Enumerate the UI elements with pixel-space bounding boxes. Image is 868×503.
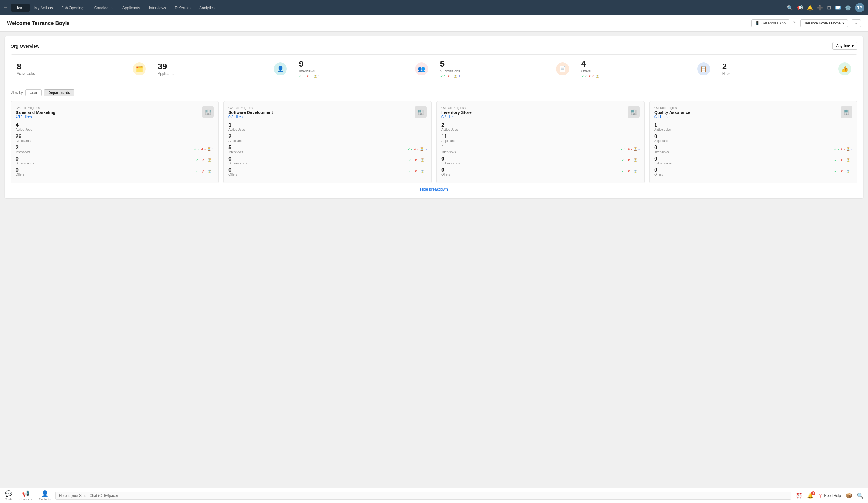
chevron-down-icon: ▾	[852, 44, 854, 48]
dept-interviews-row-0: 2 Interviews ✓ 2 ✗ - ⏳ 1	[16, 145, 214, 154]
nav-right-icons: 🔍 📢 🔔 ➕ ⊞ ✉️ ⚙️ TB	[787, 3, 865, 12]
hires-label: Hires	[722, 72, 731, 76]
dept-card-sales-marketing: Overall Progress Sales and Marketing 4/1…	[11, 101, 219, 184]
dept-hires-2[interactable]: 0/2 Hires	[441, 115, 472, 119]
user-avatar[interactable]: TB	[855, 3, 865, 12]
hires-number: 2	[722, 62, 731, 71]
dept-name-3: Quality Assurance	[654, 110, 690, 115]
nav-item-candidates[interactable]: Candidates	[90, 4, 118, 12]
view-by-user-button[interactable]: User	[25, 89, 42, 96]
dept-icon-2: 🏢	[628, 106, 640, 118]
org-overview-section: Org Overview Any time ▾ 8 Active Jobs 🗂️…	[5, 36, 863, 198]
active-jobs-label: Active Jobs	[17, 72, 35, 76]
offers-label: Offers	[581, 69, 601, 73]
submissions-number: 5	[440, 60, 461, 69]
dept-card-qa: Overall Progress Quality Assurance 0/1 H…	[649, 101, 857, 184]
hide-breakdown-section: Hide breakdown	[11, 184, 857, 193]
dept-hires-0[interactable]: 4/19 Hires	[16, 115, 55, 119]
interviews-label: Interviews	[299, 69, 320, 73]
top-navigation: ☰ Home My Actions Job Openings Candidate…	[0, 0, 868, 15]
applicants-number: 39	[158, 62, 174, 71]
dept-progress-label-0: Overall Progress	[16, 106, 55, 110]
offers-check: ✓ 2	[581, 74, 587, 78]
org-overview-title: Org Overview	[11, 44, 40, 49]
submissions-check: ✓ 4	[440, 74, 445, 78]
offers-number: 4	[581, 60, 601, 69]
active-jobs-icon: 🗂️	[133, 62, 146, 75]
dept-card-inventory: Overall Progress Inventory Store 0/2 Hir…	[436, 101, 644, 184]
anytime-dropdown[interactable]: Any time ▾	[833, 42, 857, 50]
bell-icon[interactable]: 🔔	[807, 5, 813, 11]
hide-breakdown-link[interactable]: Hide breakdown	[420, 187, 448, 192]
mobile-icon: 📱	[755, 21, 760, 25]
dept-hires-1[interactable]: 0/3 Hires	[228, 115, 273, 119]
view-by-departments-button[interactable]: Departments	[44, 89, 74, 96]
dept-card-software-dev: Overall Progress Software Development 0/…	[224, 101, 432, 184]
org-overview-header: Org Overview Any time ▾	[11, 42, 857, 50]
stats-row: 8 Active Jobs 🗂️ 39 Applicants 👤 9 Inter…	[11, 54, 857, 83]
home-selector-dropdown[interactable]: Terrance Boyle's Home ▾	[800, 19, 848, 27]
dept-icon-1: 🏢	[415, 106, 427, 118]
nav-item-referrals[interactable]: Referrals	[171, 4, 195, 12]
refresh-icon[interactable]: ↻	[793, 21, 797, 26]
nav-item-applicants[interactable]: Applicants	[118, 4, 144, 12]
interviews-number: 9	[299, 60, 320, 69]
nav-item-my-actions[interactable]: My Actions	[30, 4, 57, 12]
submissions-hourglass: ⏳ 1	[453, 74, 460, 78]
offers-hourglass: ⏳ -	[595, 74, 601, 78]
view-by-section: View by User Departments	[11, 89, 857, 96]
stat-applicants: 39 Applicants 👤	[152, 55, 293, 83]
stat-interviews: 9 Interviews ✓ 5 ✗ 3 ⏳ 1 👥	[293, 55, 434, 83]
active-jobs-number: 8	[17, 62, 35, 71]
main-content: Org Overview Any time ▾ 8 Active Jobs 🗂️…	[0, 31, 868, 208]
dept-name-1: Software Development	[228, 110, 273, 115]
stat-active-jobs: 8 Active Jobs 🗂️	[11, 55, 152, 83]
nav-item-more[interactable]: ...	[219, 4, 231, 12]
nav-item-analytics[interactable]: Analytics	[195, 4, 219, 12]
submissions-icon: 📄	[556, 62, 569, 75]
chevron-down-icon: ▾	[843, 21, 844, 25]
offers-icon: 📋	[697, 62, 710, 75]
mobile-app-button[interactable]: 📱 Get Mobile App	[751, 19, 789, 27]
dept-applicants-row-0: 26 Applicants	[16, 134, 214, 143]
submissions-cross: ✗ -	[447, 74, 452, 78]
stat-offers: 4 Offers ✓ 2 ✗ 2 ⏳ - 📋	[575, 55, 716, 83]
megaphone-icon[interactable]: 📢	[797, 5, 803, 11]
grid-icon[interactable]: ⊞	[827, 5, 831, 11]
departments-grid: Overall Progress Sales and Marketing 4/1…	[11, 101, 857, 184]
settings-icon[interactable]: ⚙️	[845, 5, 851, 11]
dept-icon-0: 🏢	[202, 106, 214, 118]
nav-items: Home My Actions Job Openings Candidates …	[11, 4, 787, 12]
dept-icon-3: 🏢	[841, 106, 852, 118]
dept-active-jobs-row-0: 4 Active Jobs	[16, 123, 214, 131]
nav-item-home[interactable]: Home	[11, 4, 30, 12]
hamburger-menu[interactable]: ☰	[3, 5, 8, 11]
dept-progress-label-1: Overall Progress	[228, 106, 273, 110]
interviews-icon: 👥	[415, 62, 428, 75]
dept-name-2: Inventory Store	[441, 110, 472, 115]
dept-progress-label-2: Overall Progress	[441, 106, 472, 110]
search-icon[interactable]: 🔍	[787, 5, 793, 11]
applicants-icon: 👤	[274, 62, 287, 75]
dept-progress-label-3: Overall Progress	[654, 106, 690, 110]
header-right-actions: 📱 Get Mobile App ↻ Terrance Boyle's Home…	[751, 19, 861, 27]
dept-submissions-row-0: 0 Submissions ✓ - ✗ - ⏳ -	[16, 156, 214, 165]
stat-hires: 2 Hires 👍	[716, 55, 857, 83]
hires-icon: 👍	[838, 62, 851, 75]
dept-hires-3[interactable]: 0/1 Hires	[654, 115, 690, 119]
nav-item-job-openings[interactable]: Job Openings	[58, 4, 90, 12]
offers-cross: ✗ 2	[588, 74, 593, 78]
interviews-cross: ✗ 3	[306, 74, 311, 78]
stat-submissions: 5 Submissions ✓ 4 ✗ - ⏳ 1 📄	[434, 55, 575, 83]
view-by-label: View by	[11, 91, 23, 95]
nav-item-interviews[interactable]: Interviews	[145, 4, 170, 12]
interviews-hourglass: ⏳ 1	[313, 74, 320, 78]
dept-offers-row-0: 0 Offers ✓ - ✗ - ⏳ -	[16, 167, 214, 176]
more-options-button[interactable]: ···	[851, 19, 861, 27]
submissions-label: Submissions	[440, 69, 461, 73]
page-header: Welcome Terrance Boyle 📱 Get Mobile App …	[0, 15, 868, 31]
interviews-check: ✓ 5	[299, 74, 304, 78]
plus-icon[interactable]: ➕	[817, 5, 823, 11]
email-icon[interactable]: ✉️	[835, 5, 841, 11]
page-title: Welcome Terrance Boyle	[7, 20, 70, 27]
